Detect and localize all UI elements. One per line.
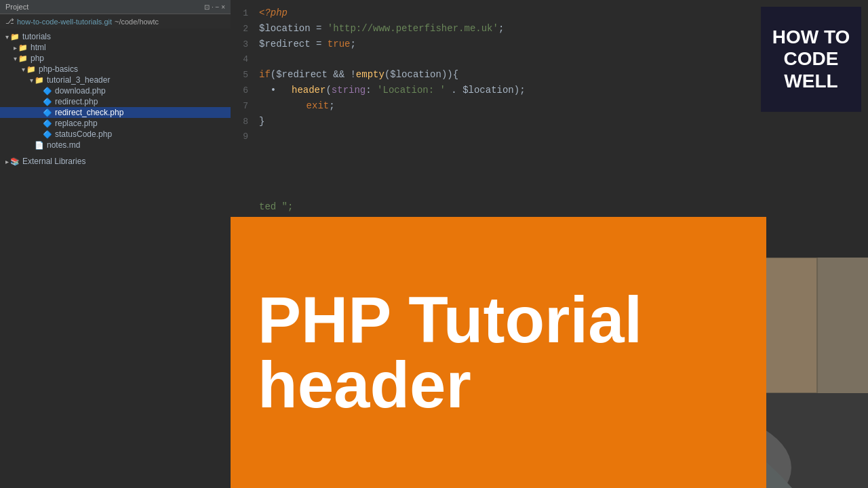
- project-label: Project: [5, 3, 28, 11]
- library-icon: 📚: [10, 157, 20, 166]
- git-icon: ⎇: [5, 17, 14, 26]
- tree-label: External Libraries: [22, 157, 85, 166]
- tree-label: download.php: [55, 86, 106, 96]
- tree-item-replace[interactable]: ▸ 🔷 replace.php: [0, 118, 231, 129]
- line-num: 1: [231, 6, 259, 21]
- tree-item-notes[interactable]: ▸ 📄 notes.md: [0, 140, 231, 150]
- code-editor: 1 <?php 2 $location = 'http://www.peterf…: [231, 0, 868, 488]
- tree-label: replace.php: [55, 119, 98, 128]
- file-tree-sidebar: Project ⊡ · − × ⎇ how-to-code-well-tutor…: [0, 0, 231, 488]
- tree-item-redirect[interactable]: ▸ 🔷 redirect.php: [0, 96, 231, 107]
- tree-item-php[interactable]: ▾ 📁 php: [0, 53, 231, 64]
- line-num: 7: [231, 99, 259, 114]
- window-controls: ⊡ · − ×: [204, 3, 225, 11]
- file-tree: ▾ 📁 tutorials ▸ 📁 html ▾ 📁 php ▾ 📁 php-b…: [0, 28, 231, 488]
- arrow-icon: ▾: [22, 66, 25, 73]
- line-num: 3: [231, 37, 259, 52]
- arrow-icon: ▸: [5, 158, 9, 165]
- tree-label: php: [31, 54, 44, 63]
- tree-label: redirect_check.php: [55, 108, 123, 117]
- line-num: 8: [231, 115, 259, 129]
- php-file-icon: 🔷: [43, 130, 52, 139]
- title-line1: PHP Tutorial: [258, 287, 739, 352]
- tree-item-external-libraries[interactable]: ▸ 📚 External Libraries: [0, 156, 231, 167]
- tree-item-php-basics[interactable]: ▾ 📁 php-basics: [0, 64, 231, 75]
- folder-icon: 📁: [18, 54, 28, 63]
- code-partial-line: ted ";: [231, 199, 868, 214]
- php-file-icon: 🔷: [43, 98, 52, 106]
- line-num: 9: [231, 129, 259, 144]
- line-num: 6: [231, 83, 259, 98]
- php-file-icon: 🔷: [43, 108, 52, 117]
- arrow-icon: ▸: [14, 44, 17, 52]
- php-file-icon: 🔷: [43, 119, 52, 128]
- tree-label: html: [31, 43, 46, 52]
- tree-label: notes.md: [47, 140, 80, 150]
- arrow-icon: ▾: [14, 55, 17, 62]
- tree-item-download[interactable]: ▸ 🔷 download.php: [0, 85, 231, 96]
- git-path: ~/code/howtc: [115, 18, 159, 26]
- git-bar: ⎇ how-to-code-well-tutorials.git ~/code/…: [0, 14, 231, 28]
- logo-line2: CODE: [784, 48, 839, 69]
- logo-line1: HOW TO: [772, 26, 850, 47]
- partial-text: ted ";: [259, 199, 868, 214]
- folder-icon: 📁: [35, 76, 44, 85]
- logo-text: HOW TO CODE WELL: [772, 26, 850, 92]
- tree-item-tutorial3[interactable]: ▾ 📁 tutorial_3_header: [0, 75, 231, 85]
- title-overlay: PHP Tutorial header: [231, 217, 766, 488]
- md-file-icon: 📄: [35, 141, 44, 150]
- tree-item-html[interactable]: ▸ 📁 html: [0, 42, 231, 53]
- line-num: 4: [231, 52, 259, 67]
- sidebar-titlebar: Project ⊡ · − ×: [0, 0, 231, 14]
- tree-label: statusCode.php: [55, 129, 112, 139]
- tree-item-tutorials[interactable]: ▾ 📁 tutorials: [0, 31, 231, 42]
- git-repo: how-to-code-well-tutorials.git: [17, 18, 112, 26]
- tree-item-redirect-check[interactable]: ▸ 🔷 redirect_check.php: [0, 107, 231, 118]
- code-line-8: 8 }: [231, 114, 868, 129]
- folder-icon: 📁: [10, 33, 20, 41]
- tree-item-statuscode[interactable]: ▸ 🔷 statusCode.php: [0, 129, 231, 140]
- folder-icon: 📁: [26, 65, 36, 74]
- line-num: 5: [231, 68, 259, 83]
- brand-logo: HOW TO CODE WELL: [761, 7, 861, 112]
- tree-label: php-basics: [39, 64, 78, 74]
- line-num: 2: [231, 22, 259, 37]
- title-line2: header: [258, 352, 739, 418]
- code-line-9: 9: [231, 129, 868, 144]
- main-content: 1 <?php 2 $location = 'http://www.peterf…: [231, 0, 868, 488]
- arrow-icon: ▾: [5, 33, 9, 41]
- line-text: }: [259, 114, 868, 129]
- tree-label: tutorials: [22, 32, 51, 41]
- logo-line3: WELL: [784, 70, 837, 92]
- tree-label: tutorial_3_header: [47, 75, 110, 85]
- folder-icon: 📁: [18, 43, 28, 52]
- arrow-icon: ▾: [30, 77, 33, 84]
- php-file-icon: 🔷: [43, 87, 52, 96]
- tree-label: redirect.php: [55, 97, 98, 106]
- code-partial-area: ted ";: [231, 197, 868, 217]
